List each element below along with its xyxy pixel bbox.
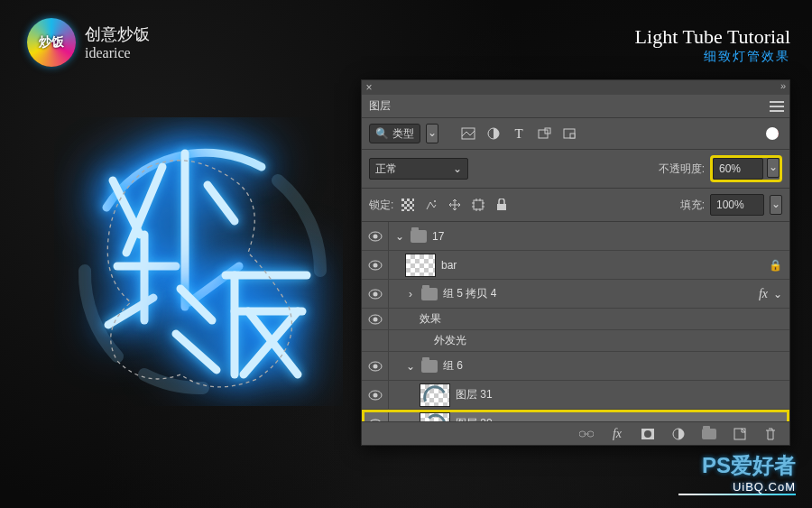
filter-adjustment-icon[interactable] bbox=[484, 124, 503, 143]
brand-en: idearice bbox=[85, 45, 150, 61]
layer-name[interactable]: 图层 31 bbox=[456, 387, 493, 402]
filter-row: 🔍 类型 ⌄ T bbox=[362, 118, 789, 150]
fx-item-label: 外发光 bbox=[434, 333, 466, 348]
visibility-toggle[interactable] bbox=[362, 222, 389, 250]
layer-group-row[interactable]: ⌄17 bbox=[362, 222, 789, 251]
lock-transparency-icon[interactable] bbox=[399, 196, 417, 214]
svg-rect-15 bbox=[570, 134, 575, 138]
link-layers-icon[interactable] bbox=[577, 424, 596, 444]
new-group-icon[interactable] bbox=[699, 424, 719, 444]
svg-line-7 bbox=[189, 266, 239, 302]
svg-line-0 bbox=[113, 180, 140, 235]
filter-smartobject-icon[interactable] bbox=[559, 124, 579, 143]
brand-block: 炒饭 创意炒饭 idearice bbox=[27, 18, 150, 67]
layer-group-row[interactable]: ›组 5 拷贝 4 fx⌄ bbox=[362, 280, 789, 309]
lock-label: 锁定: bbox=[369, 198, 393, 213]
layer-mask-icon[interactable] bbox=[638, 424, 658, 444]
filter-type-label: 类型 bbox=[392, 126, 414, 142]
svg-point-27 bbox=[373, 291, 377, 296]
svg-point-40 bbox=[644, 430, 651, 438]
new-layer-icon[interactable] bbox=[730, 424, 750, 444]
layer-name[interactable]: 组 6 bbox=[443, 358, 463, 374]
fill-value: 100% bbox=[716, 199, 744, 211]
filter-shape-icon[interactable] bbox=[534, 124, 554, 143]
blend-mode-select[interactable]: 正常⌄ bbox=[369, 158, 468, 180]
fill-dropdown-icon[interactable]: ⌄ bbox=[770, 195, 782, 215]
layer-name[interactable]: bar bbox=[441, 259, 457, 272]
filter-pixel-icon[interactable] bbox=[458, 124, 478, 143]
twisty-icon[interactable]: › bbox=[405, 288, 416, 300]
svg-line-6 bbox=[208, 185, 235, 221]
lock-image-icon[interactable] bbox=[422, 196, 440, 214]
lock-row: 锁定: 填充: 100% ⌄ bbox=[362, 189, 789, 222]
layer-group-row[interactable]: ⌄组 6 bbox=[362, 352, 789, 381]
header-title-en: Light Tube Tutorial bbox=[635, 25, 790, 49]
opacity-label: 不透明度: bbox=[659, 162, 705, 177]
brand-badge-text: 炒饭 bbox=[39, 34, 64, 51]
layer-row[interactable]: bar 🔒 bbox=[362, 251, 789, 280]
watermark-underline bbox=[678, 494, 796, 495]
layer-row[interactable]: 图层 31 bbox=[362, 381, 789, 410]
opacity-highlight: 60% ⌄ bbox=[710, 155, 782, 182]
svg-line-9 bbox=[176, 334, 217, 370]
layer-thumbnail[interactable] bbox=[405, 254, 436, 277]
blend-row: 正常⌄ 不透明度: 60% ⌄ bbox=[362, 150, 789, 189]
visibility-toggle[interactable] bbox=[362, 251, 389, 279]
filter-toggle-switch[interactable] bbox=[762, 124, 782, 143]
layer-style-icon[interactable]: fx bbox=[607, 424, 627, 444]
svg-point-33 bbox=[373, 393, 377, 397]
panel-title: 图层 bbox=[369, 98, 400, 114]
delete-layer-icon[interactable] bbox=[761, 424, 780, 444]
svg-line-4 bbox=[108, 298, 153, 325]
lock-all-icon[interactable] bbox=[493, 196, 511, 214]
svg-line-8 bbox=[180, 289, 212, 320]
visibility-toggle[interactable] bbox=[362, 309, 389, 329]
panel-close-icon[interactable]: × bbox=[362, 81, 376, 94]
twisty-icon[interactable]: ⌄ bbox=[394, 230, 405, 243]
fx-item-row[interactable]: 外发光 bbox=[362, 330, 789, 352]
neon-artwork bbox=[54, 117, 343, 406]
fill-input[interactable]: 100% bbox=[710, 194, 764, 216]
lock-position-icon[interactable] bbox=[446, 196, 464, 214]
header-title: Light Tube Tutorial 细致灯管效果 bbox=[635, 25, 790, 65]
svg-point-19 bbox=[434, 200, 436, 202]
adjustment-layer-icon[interactable] bbox=[669, 424, 688, 444]
filter-dropdown-icon[interactable]: ⌄ bbox=[426, 124, 438, 143]
visibility-toggle[interactable] bbox=[362, 330, 389, 351]
svg-point-29 bbox=[373, 317, 377, 321]
svg-rect-21 bbox=[497, 204, 506, 210]
fx-label: 效果 bbox=[420, 311, 441, 327]
fx-icon[interactable]: fx bbox=[759, 287, 768, 301]
search-icon: 🔍 bbox=[375, 127, 389, 140]
filter-type-select[interactable]: 🔍 类型 bbox=[369, 124, 420, 143]
watermark: PS爱好者 UiBQ.CoM bbox=[678, 451, 796, 495]
layer-thumbnail[interactable] bbox=[420, 383, 450, 407]
svg-point-23 bbox=[373, 234, 377, 238]
folder-icon bbox=[421, 288, 438, 300]
svg-rect-16 bbox=[401, 199, 414, 211]
brand-cn: 创意炒饭 bbox=[85, 23, 150, 45]
watermark-brand: PS爱好者 bbox=[702, 451, 796, 480]
twisty-icon[interactable]: ⌄ bbox=[405, 360, 416, 373]
fill-label: 填充: bbox=[680, 198, 705, 213]
lock-artboard-icon[interactable] bbox=[469, 196, 487, 214]
visibility-toggle[interactable] bbox=[362, 381, 389, 409]
brand-text: 创意炒饭 idearice bbox=[85, 23, 150, 61]
layer-name[interactable]: 组 5 拷贝 4 bbox=[443, 286, 496, 301]
visibility-toggle[interactable] bbox=[362, 280, 389, 308]
panel-menu-icon[interactable] bbox=[770, 98, 784, 115]
fx-chevron-icon[interactable]: ⌄ bbox=[773, 288, 782, 300]
watermark-url: UiBQ.CoM bbox=[733, 480, 796, 494]
lock-icon[interactable]: 🔒 bbox=[769, 259, 782, 272]
panel-collapse-icon[interactable]: » bbox=[780, 80, 786, 91]
visibility-toggle[interactable] bbox=[362, 352, 389, 380]
opacity-dropdown-icon[interactable]: ⌄ bbox=[767, 158, 780, 178]
header-title-cn: 细致灯管效果 bbox=[635, 49, 790, 65]
fx-header-row[interactable]: 效果 bbox=[362, 309, 789, 330]
layer-name[interactable]: 17 bbox=[432, 230, 444, 243]
filter-type-text-icon[interactable]: T bbox=[509, 124, 529, 143]
layers-list: ⌄17 bar 🔒 ›组 5 拷贝 4 fx⌄ 效果 外发光 ⌄组 6 图层 3… bbox=[362, 222, 789, 439]
opacity-input[interactable]: 60% bbox=[713, 158, 763, 180]
panel-bottom-bar: fx bbox=[362, 421, 789, 445]
svg-line-1 bbox=[126, 167, 162, 253]
